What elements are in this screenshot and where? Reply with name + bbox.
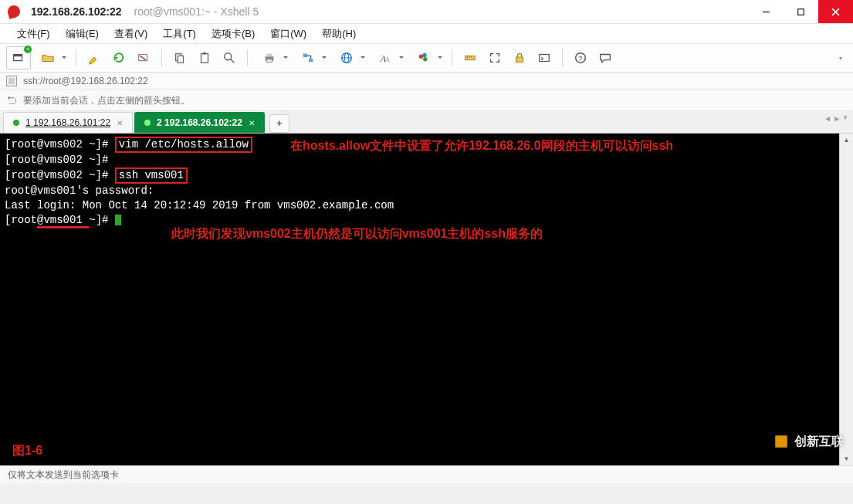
tab-close-icon[interactable]: ✕ bbox=[249, 119, 255, 127]
print-button[interactable] bbox=[254, 47, 291, 69]
tab-nav: ◄ ► ▼ bbox=[824, 114, 848, 123]
toolbar: + AA bbox=[0, 44, 853, 73]
terminal[interactable]: [root@vms002 ~]# vim /etc/hosts.allow [r… bbox=[0, 134, 839, 465]
separator bbox=[562, 49, 563, 66]
tab-add-button[interactable]: + bbox=[269, 114, 289, 133]
annotation-2: 此时我们发现vms002主机仍然是可以访问vms001主机的ssh服务的 bbox=[171, 226, 543, 242]
new-session-button[interactable]: + bbox=[6, 46, 31, 69]
help-button[interactable]: ? bbox=[569, 47, 592, 69]
separator bbox=[452, 49, 452, 66]
svg-rect-32 bbox=[540, 55, 550, 62]
reconnect-button[interactable] bbox=[107, 47, 130, 69]
address-bar: ssh://root@192.168.26.102:22 bbox=[0, 73, 853, 90]
highlighted-command: vim /etc/hosts.allow bbox=[115, 137, 252, 153]
new-session-icon bbox=[12, 51, 25, 65]
transfer-button[interactable] bbox=[293, 47, 330, 69]
cursor bbox=[115, 215, 121, 225]
palette-icon bbox=[417, 51, 431, 65]
chat-icon bbox=[598, 51, 612, 65]
tab-session-2[interactable]: 2 192.168.26.102:22 ✕ bbox=[134, 112, 265, 133]
svg-rect-17 bbox=[303, 54, 307, 58]
minimize-button[interactable] bbox=[749, 0, 784, 23]
tab-bar: 1 192.168.26.101:22 ✕ 2 192.168.26.102:2… bbox=[0, 111, 853, 134]
svg-point-26 bbox=[423, 57, 427, 61]
find-button[interactable] bbox=[218, 47, 241, 69]
menu-tools[interactable]: 工具(T) bbox=[157, 25, 202, 43]
app-icon bbox=[6, 4, 22, 19]
svg-rect-15 bbox=[266, 54, 272, 57]
font-button[interactable]: AA bbox=[370, 47, 407, 69]
tab-list-icon[interactable]: ▼ bbox=[842, 114, 848, 123]
prompt: [root@vms002 ~]# bbox=[5, 154, 108, 166]
menubar: 文件(F) 编辑(E) 查看(V) 工具(T) 选项卡(B) 窗口(W) 帮助(… bbox=[0, 24, 853, 44]
window-title-sub: root@vms001:~ - Xshell 5 bbox=[134, 5, 259, 18]
separator bbox=[76, 49, 76, 66]
chat-button[interactable] bbox=[594, 47, 617, 69]
svg-rect-31 bbox=[516, 57, 523, 62]
svg-line-13 bbox=[231, 59, 235, 63]
window-controls bbox=[749, 0, 853, 23]
status-dot-icon bbox=[13, 120, 19, 126]
address-url[interactable]: ssh://root@192.168.26.102:22 bbox=[23, 76, 148, 86]
menu-edit[interactable]: 编辑(E) bbox=[59, 25, 105, 43]
highlighted-command: ssh vms001 bbox=[115, 167, 188, 184]
titlebar: 192.168.26.102:22 root@vms001:~ - Xshell… bbox=[0, 0, 853, 24]
menu-tabs[interactable]: 选项卡(B) bbox=[205, 25, 261, 43]
toolbar-overflow[interactable]: ▾ bbox=[834, 55, 847, 62]
disconnect-button[interactable] bbox=[132, 47, 155, 69]
terminal-area: [root@vms002 ~]# vim /etc/hosts.allow [r… bbox=[0, 134, 853, 465]
terminal-button[interactable] bbox=[533, 47, 556, 69]
status-dot-icon bbox=[144, 120, 151, 126]
help-icon: ? bbox=[574, 51, 587, 65]
hint-bar: ⮌ 要添加当前会话，点击左侧的箭头按钮。 bbox=[0, 90, 853, 111]
transfer-icon bbox=[301, 51, 315, 65]
watermark: 创新互联 bbox=[773, 433, 844, 450]
close-button[interactable] bbox=[818, 0, 853, 23]
copy-button[interactable] bbox=[168, 47, 191, 69]
menu-help[interactable]: 帮助(H) bbox=[316, 25, 362, 43]
watermark-text: 创新互联 bbox=[794, 434, 844, 450]
globe-button[interactable] bbox=[331, 47, 368, 69]
vertical-scrollbar[interactable]: ▲ ▼ bbox=[839, 134, 853, 465]
ruler-button[interactable] bbox=[459, 47, 482, 69]
svg-rect-16 bbox=[266, 59, 272, 63]
palette-button[interactable] bbox=[408, 47, 445, 69]
hint-arrow-icon[interactable]: ⮌ bbox=[6, 94, 17, 107]
disconnect-icon bbox=[137, 51, 151, 65]
svg-point-25 bbox=[422, 53, 426, 57]
printer-icon bbox=[262, 51, 276, 65]
prompt-close: ~]# bbox=[89, 214, 115, 226]
scroll-down-icon[interactable]: ▼ bbox=[840, 452, 853, 465]
hint-text: 要添加当前会话，点击左侧的箭头按钮。 bbox=[23, 94, 190, 107]
lock-button[interactable] bbox=[508, 47, 531, 69]
open-session-button[interactable] bbox=[32, 47, 69, 69]
svg-text:A: A bbox=[385, 56, 390, 63]
svg-rect-1 bbox=[798, 8, 804, 15]
maximize-button[interactable] bbox=[784, 0, 818, 23]
globe-icon bbox=[340, 51, 354, 65]
svg-rect-5 bbox=[14, 55, 22, 57]
annotation-1: 在hosts.allow文件中设置了允许192.168.26.0网段的主机可以访… bbox=[290, 138, 673, 154]
underlined-host: @vms001 bbox=[37, 214, 89, 228]
svg-text:?: ? bbox=[578, 55, 582, 63]
tab-prev-icon[interactable]: ◄ bbox=[824, 114, 831, 123]
terminal-line: Last login: Mon Oct 14 20:12:49 2019 fro… bbox=[5, 199, 394, 211]
tab-close-icon[interactable]: ✕ bbox=[117, 119, 123, 127]
tab-session-1[interactable]: 1 192.168.26.101:22 ✕ bbox=[3, 112, 133, 133]
scroll-track[interactable] bbox=[840, 147, 853, 452]
svg-rect-11 bbox=[203, 52, 206, 55]
paste-button[interactable] bbox=[193, 47, 216, 69]
separator bbox=[247, 49, 248, 66]
tab-next-icon[interactable]: ► bbox=[833, 114, 841, 123]
menu-file[interactable]: 文件(F) bbox=[11, 25, 56, 43]
scroll-up-icon[interactable]: ▲ bbox=[840, 134, 853, 147]
highlighter-button[interactable] bbox=[83, 47, 106, 69]
menu-window[interactable]: 窗口(W) bbox=[264, 25, 313, 43]
tab-label: 1 192.168.26.101:22 bbox=[25, 117, 110, 128]
svg-rect-10 bbox=[201, 54, 208, 63]
prompt: [root@vms002 ~]# bbox=[5, 169, 115, 181]
fullscreen-button[interactable] bbox=[483, 47, 506, 69]
fullscreen-icon bbox=[488, 51, 502, 65]
session-icon bbox=[6, 76, 17, 86]
menu-view[interactable]: 查看(V) bbox=[108, 25, 154, 43]
